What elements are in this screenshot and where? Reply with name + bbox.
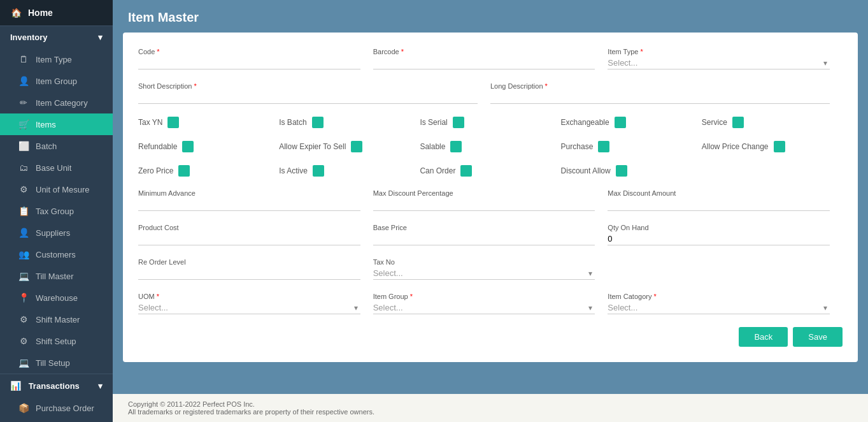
tax-no-select-wrapper: Select... [373,267,595,280]
sidebar-item-label: Item Category [36,98,88,108]
reorder-level-input[interactable] [138,267,360,280]
base-price-label: Base Price [373,224,595,231]
sidebar-item-warehouse[interactable]: 📍 Warehouse [0,287,113,309]
max-discount-pct-input[interactable] [373,198,595,211]
base-unit-icon: 🗂 [18,163,29,173]
till-master-icon: 💻 [18,271,29,281]
qty-on-hand-input[interactable] [608,233,830,245]
sidebar-item-till-master[interactable]: 💻 Till Master [0,265,113,287]
sidebar-item-label: Till Master [36,272,73,281]
tax-yn-field: Tax YN [138,117,279,128]
sidebar-item-items[interactable]: 🛒 Items [0,113,113,135]
item-type-icon: 🗒 [18,54,29,64]
max-discount-pct-label: Max Discount Percentage [373,189,595,197]
chevron-down-icon: ▾ [98,33,103,42]
form-row-2: Short Description * Long Description * [138,82,843,104]
sidebar-item-customers[interactable]: 👥 Customers [0,244,113,265]
allow-price-change-label: Allow Price Change [702,142,769,151]
is-active-label: Is Active [279,166,308,175]
product-cost-input[interactable] [138,233,360,245]
sidebar-item-item-category[interactable]: ✏ Item Category [0,92,113,113]
sidebar-item-purchase-order[interactable]: 📦 Purchase Order [0,397,113,419]
is-serial-checkbox[interactable] [453,117,464,128]
sidebar-item-label: Shift Setup [36,337,76,346]
short-desc-input[interactable] [138,91,478,104]
sidebar-item-item-group[interactable]: 👤 Item Group [0,70,113,92]
sidebar-item-label: Shift Master [36,315,80,324]
sidebar-item-till-setup[interactable]: 💻 Till Setup [0,352,113,374]
can-order-checkbox[interactable] [460,165,472,177]
service-field: Service [702,117,843,128]
warehouse-icon: 📍 [18,293,29,303]
main-content: Item Master Code * Barcode * Item Type *… [113,0,868,422]
zero-price-checkbox[interactable] [178,165,190,177]
uom-select-wrapper: Select... [138,302,360,314]
purchase-label: Purchase [561,142,594,151]
is-active-checkbox[interactable] [313,165,324,177]
item-type-select[interactable]: Select... [608,57,830,69]
footer: Copyright © 2011-2022 Perfect POS Inc. A… [113,394,868,422]
uom-select[interactable]: Select... [138,302,360,314]
home-menu-item[interactable]: 🏠 Home [0,0,113,25]
inventory-section-header[interactable]: Inventory ▾ [0,26,113,48]
sidebar-item-suppliers[interactable]: 👤 Suppliers [0,222,113,244]
form-row-checkboxes-1: Tax YN Is Batch Is Serial Exchangeable S… [138,117,843,128]
reorder-level-label: Re Order Level [138,258,360,266]
is-batch-checkbox[interactable] [312,117,324,128]
purchase-checkbox[interactable] [598,141,609,152]
sidebar-item-shift-master[interactable]: ⚙ Shift Master [0,309,113,330]
sidebar-item-shift-setup[interactable]: ⚙ Shift Setup [0,330,113,352]
service-checkbox[interactable] [732,117,744,128]
max-discount-amt-input[interactable] [608,198,830,211]
sidebar-item-label: Base Unit [36,163,71,173]
code-input[interactable] [138,57,360,69]
allow-expier-checkbox[interactable] [351,141,362,152]
product-cost-label: Product Cost [138,224,360,231]
page-title: Item Master [113,0,868,33]
discount-allow-checkbox[interactable] [616,165,627,177]
is-serial-label: Is Serial [420,118,447,127]
product-cost-field: Product Cost [138,224,373,245]
allow-price-change-field: Allow Price Change [702,141,843,152]
unit-of-measure-icon: ⚙ [18,184,29,194]
max-discount-amt-label: Max Discount Amount [608,189,830,197]
base-price-input[interactable] [373,233,595,245]
sidebar-item-item-type[interactable]: 🗒 Item Type [0,48,113,70]
code-field: Code * [138,48,373,69]
sidebar-item-label: Batch [36,142,57,151]
min-advance-field: Minimum Advance [138,189,373,211]
long-desc-input[interactable] [490,91,830,104]
item-category-icon: ✏ [18,98,29,108]
inventory-section: Inventory ▾ 🗒 Item Type 👤 Item Group ✏ I… [0,25,113,374]
sidebar-item-unit-of-measure[interactable]: ⚙ Unit of Mesure [0,178,113,200]
sidebar-item-base-unit[interactable]: 🗂 Base Unit [0,157,113,178]
shift-setup-icon: ⚙ [18,336,29,346]
tax-no-select[interactable]: Select... [373,267,595,280]
base-price-field: Base Price [373,224,608,245]
allow-price-change-checkbox[interactable] [774,141,785,152]
salable-checkbox[interactable] [450,141,462,152]
exchangeable-label: Exchangeable [561,118,609,127]
form-row-checkboxes-3: Zero Price Is Active Can Order Discount … [138,165,843,177]
barcode-input[interactable] [373,57,595,69]
exchangeable-checkbox[interactable] [615,117,626,128]
is-batch-field: Is Batch [279,117,420,128]
footer-line1: Copyright © 2011-2022 Perfect POS Inc. [128,400,853,408]
refundable-checkbox[interactable] [182,141,194,152]
sidebar: 🏠 Home Inventory ▾ 🗒 Item Type 👤 Item Gr… [0,0,113,422]
save-button[interactable]: Save [793,327,843,347]
discount-allow-label: Discount Allow [561,166,611,175]
item-group-select[interactable]: Select... [373,302,595,314]
back-button[interactable]: Back [739,327,788,347]
transactions-header[interactable]: 📊 Transactions ▾ [0,374,113,397]
long-desc-label: Long Description * [490,82,830,90]
sidebar-item-tax-group[interactable]: 📋 Tax Group [0,200,113,222]
short-desc-label: Short Description * [138,82,478,90]
item-category-select[interactable]: Select... [608,302,830,314]
min-advance-label: Minimum Advance [138,189,360,197]
suppliers-icon: 👤 [18,228,29,238]
tax-yn-checkbox[interactable] [167,117,179,128]
min-advance-input[interactable] [138,198,360,211]
sidebar-item-batch[interactable]: ⬜ Batch [0,135,113,157]
long-desc-field: Long Description * [490,82,843,104]
